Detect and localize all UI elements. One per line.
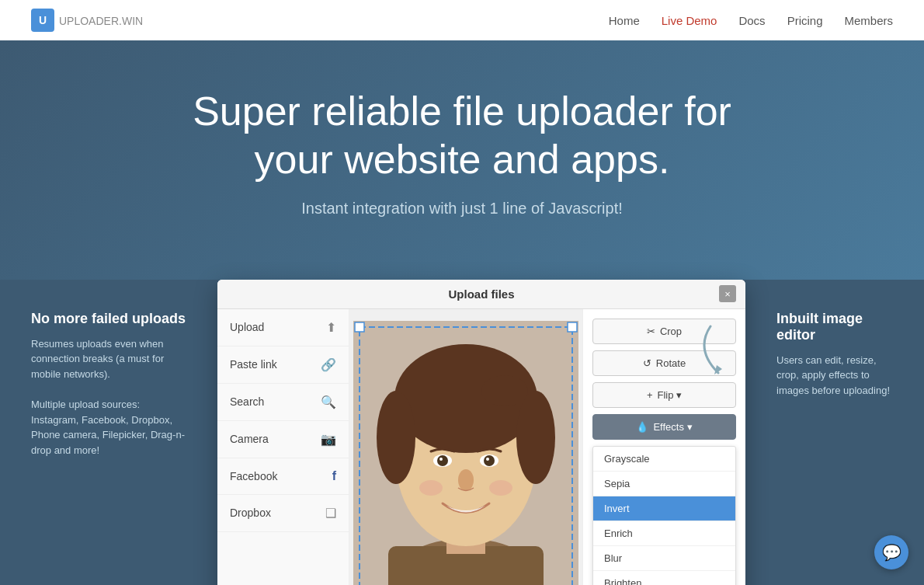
effects-button[interactable]: 💧 Effects ▾ — [592, 414, 736, 440]
flip-icon: + — [647, 389, 653, 401]
effect-sepia[interactable]: Sepia — [593, 472, 735, 496]
demo-section: No more failed uploads Resumes uploads e… — [0, 280, 924, 585]
crop-label: Crop — [660, 326, 682, 337]
arrow-right — [695, 319, 757, 381]
logo-icon: U — [31, 9, 54, 32]
effect-brighten[interactable]: Brighten — [593, 571, 735, 585]
facebook-icon: f — [332, 469, 336, 483]
flip-button[interactable]: + Flip ▾ — [592, 382, 736, 408]
upload-icon: ⬆ — [326, 320, 336, 335]
sidebar-item-search[interactable]: Search 🔍 — [217, 384, 349, 421]
navbar: U UPLOADER.WIN Home Live Demo Docs Prici… — [0, 0, 924, 40]
logo-text: UPLOADER.WIN — [59, 12, 143, 29]
svg-point-13 — [484, 455, 495, 466]
dialog-header: Upload files × — [217, 280, 745, 309]
nav-pricing[interactable]: Pricing — [787, 14, 823, 27]
dialog-wrapper: Upload files × Upload ⬆ Paste link 🔗 — [217, 280, 745, 585]
nav-docs[interactable]: Docs — [738, 14, 765, 27]
sidebar-label-upload: Upload — [230, 321, 264, 333]
chat-bubble[interactable]: 💬 — [874, 535, 908, 569]
svg-point-18 — [489, 480, 512, 496]
svg-point-17 — [419, 480, 443, 496]
crop-icon: ✂ — [647, 326, 655, 337]
sidebar-label-paste: Paste link — [230, 358, 277, 371]
sidebar-item-dropbox[interactable]: Dropbox ❑ — [217, 495, 349, 532]
rotate-label: Rotate — [656, 357, 686, 369]
effects-dropdown: Grayscale Sepia Invert Enrich Blur Brigh… — [592, 446, 736, 585]
svg-point-16 — [458, 469, 474, 491]
svg-point-8 — [516, 391, 555, 484]
feature-right: Inbuilt image editor Users can edit, res… — [776, 280, 893, 414]
sidebar-label-camera: Camera — [230, 433, 269, 445]
feature-left-title: No more failed uploads — [31, 311, 186, 327]
rotate-icon: ↺ — [643, 357, 651, 369]
svg-rect-20 — [355, 322, 364, 332]
nav-home[interactable]: Home — [609, 14, 640, 27]
effects-label: Effects ▾ — [653, 421, 692, 433]
effect-blur[interactable]: Blur — [593, 546, 735, 571]
feature-left-desc1: Resumes uploads even when connection bre… — [31, 336, 186, 382]
hero-headline: Super reliable file uploader for your we… — [151, 87, 773, 184]
sidebar-label-facebook: Facebook — [230, 470, 277, 482]
sidebar-label-search: Search — [230, 395, 264, 408]
nav-live-demo[interactable]: Live Demo — [662, 14, 717, 27]
effect-grayscale[interactable]: Grayscale — [593, 447, 735, 472]
svg-rect-21 — [568, 322, 577, 332]
effect-enrich[interactable]: Enrich — [593, 521, 735, 546]
svg-point-7 — [377, 391, 415, 484]
dialog-body: Upload ⬆ Paste link 🔗 Search 🔍 Camera 📷 — [217, 309, 745, 585]
svg-point-15 — [486, 458, 489, 461]
dialog-title: Upload files — [448, 287, 514, 301]
hero-section: Super reliable file uploader for your we… — [0, 40, 924, 280]
dropbox-icon: ❑ — [325, 506, 336, 521]
hero-subheadline: Instant integration with just 1 line of … — [16, 200, 908, 218]
sidebar-label-dropbox: Dropbox — [230, 507, 271, 519]
face-image — [353, 321, 578, 585]
feature-right-desc: Users can edit, resize, crop, apply effe… — [776, 353, 893, 399]
dialog-sidebar: Upload ⬆ Paste link 🔗 Search 🔍 Camera 📷 — [217, 309, 349, 585]
sidebar-item-facebook[interactable]: Facebook f — [217, 458, 349, 495]
flip-label: Flip ▾ — [658, 389, 683, 401]
search-icon: 🔍 — [321, 395, 336, 409]
feature-right-title: Inbuilt image editor — [776, 311, 893, 343]
sidebar-item-camera[interactable]: Camera 📷 — [217, 421, 349, 458]
effects-icon: 💧 — [636, 421, 648, 433]
sidebar-item-paste-link[interactable]: Paste link 🔗 — [217, 346, 349, 384]
svg-point-9 — [481, 375, 528, 406]
upload-dialog: Upload files × Upload ⬆ Paste link 🔗 — [217, 280, 745, 585]
nav-links: Home Live Demo Docs Pricing Members — [609, 14, 893, 27]
logo-ext: .WIN — [119, 15, 143, 27]
feature-left-desc2: Multiple upload sources: Instagram, Face… — [31, 397, 186, 458]
nav-members[interactable]: Members — [844, 14, 893, 27]
dialog-close-button[interactable]: × — [719, 285, 736, 302]
feature-left: No more failed uploads Resumes uploads e… — [31, 280, 186, 474]
chat-icon: 💬 — [882, 543, 901, 562]
image-preview-area — [349, 309, 582, 585]
svg-point-14 — [439, 458, 443, 461]
svg-point-12 — [437, 455, 448, 466]
logo: U UPLOADER.WIN — [31, 9, 143, 32]
effect-invert[interactable]: Invert — [593, 496, 735, 521]
camera-icon: 📷 — [321, 432, 336, 447]
link-icon: 🔗 — [321, 357, 336, 372]
sidebar-item-upload[interactable]: Upload ⬆ — [217, 309, 349, 346]
